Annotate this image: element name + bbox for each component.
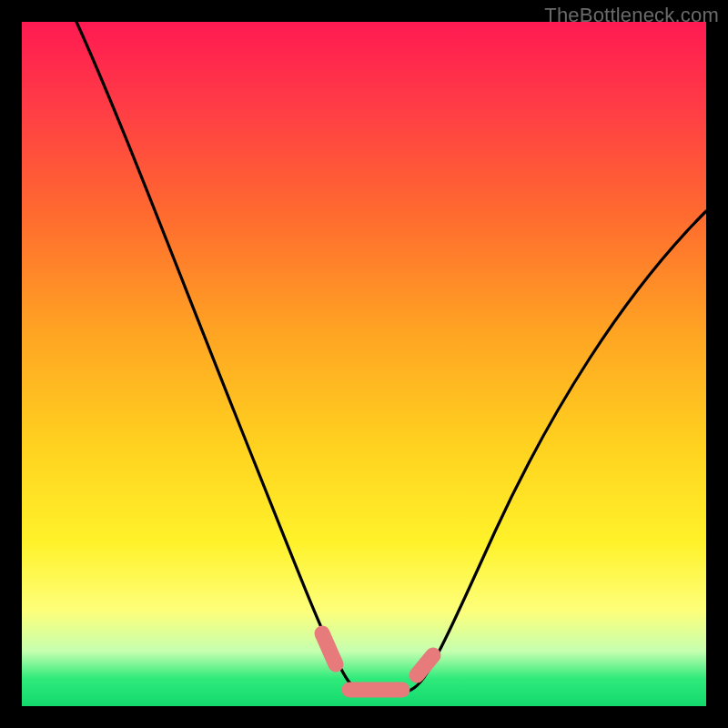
watermark-text: TheBottleneck.com [544,4,719,27]
curve-path [76,22,706,694]
fit-markers [322,633,433,690]
plot-area [22,22,706,706]
bottleneck-curve [22,22,706,706]
chart-frame: TheBottleneck.com [0,0,728,728]
fit-marker-right [417,655,433,675]
fit-marker-left [322,633,336,664]
